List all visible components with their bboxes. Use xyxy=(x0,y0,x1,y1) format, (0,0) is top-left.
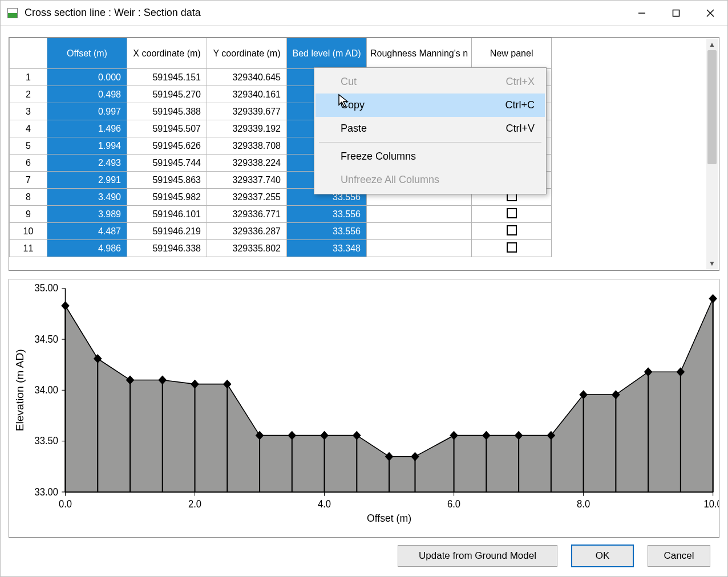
row-number[interactable]: 6 xyxy=(10,155,47,172)
cell-offset[interactable]: 3.490 xyxy=(47,189,127,206)
new-panel-checkbox[interactable] xyxy=(507,208,517,218)
cell-y-coord[interactable]: 329340.161 xyxy=(207,86,287,103)
cell-y-coord[interactable]: 329339.677 xyxy=(207,103,287,120)
row-number[interactable]: 4 xyxy=(10,120,47,137)
cell-y-coord[interactable]: 329337.740 xyxy=(207,172,287,189)
cell-offset[interactable]: 0.000 xyxy=(47,69,127,86)
cell-x-coord[interactable]: 591946.219 xyxy=(127,223,207,240)
cell-offset[interactable]: 1.496 xyxy=(47,120,127,137)
svg-rect-1 xyxy=(673,10,680,16)
cell-x-coord[interactable]: 591945.863 xyxy=(127,172,207,189)
cell-new-panel[interactable] xyxy=(472,240,552,257)
cell-x-coord[interactable]: 591946.101 xyxy=(127,206,207,223)
table-row[interactable]: 114.986591946.338329335.80233.348 xyxy=(10,240,552,257)
menu-cut: Cut Ctrl+X xyxy=(316,70,545,94)
svg-text:6.0: 6.0 xyxy=(447,498,460,510)
svg-text:8.0: 8.0 xyxy=(577,498,590,510)
cell-offset[interactable]: 4.487 xyxy=(47,223,127,240)
menu-paste-shortcut: Ctrl+V xyxy=(494,120,535,137)
scroll-thumb[interactable] xyxy=(707,50,717,164)
menu-paste-label: Paste xyxy=(341,120,367,137)
new-panel-checkbox[interactable] xyxy=(507,242,517,253)
cell-roughness[interactable] xyxy=(367,206,472,223)
cell-x-coord[interactable]: 591945.626 xyxy=(127,137,207,155)
cancel-button[interactable]: Cancel xyxy=(648,545,710,567)
cell-x-coord[interactable]: 591945.151 xyxy=(127,69,207,86)
cell-bed-level[interactable]: 33.556 xyxy=(287,206,367,223)
cell-offset[interactable]: 0.498 xyxy=(47,86,127,103)
cell-bed-level[interactable]: 33.348 xyxy=(287,240,367,257)
cell-y-coord[interactable]: 329339.192 xyxy=(207,120,287,137)
row-number[interactable]: 7 xyxy=(10,172,47,189)
cell-y-coord[interactable]: 329336.287 xyxy=(207,223,287,240)
cell-offset[interactable]: 3.989 xyxy=(47,206,127,223)
row-number[interactable]: 8 xyxy=(10,189,47,206)
cell-bed-level[interactable]: 33.556 xyxy=(287,223,367,240)
cell-x-coord[interactable]: 591946.338 xyxy=(127,240,207,257)
svg-text:34.50: 34.50 xyxy=(35,333,58,345)
cell-y-coord[interactable]: 329337.255 xyxy=(207,189,287,206)
scroll-up-icon[interactable]: ▲ xyxy=(706,39,718,50)
cell-roughness[interactable] xyxy=(367,223,472,240)
table-row[interactable]: 104.487591946.219329336.28733.556 xyxy=(10,223,552,240)
menu-copy-label: Copy xyxy=(341,97,365,113)
cell-offset[interactable]: 2.991 xyxy=(47,172,127,189)
menu-unfreeze-columns: Unfreeze All Columns xyxy=(316,168,545,192)
menu-freeze-columns[interactable]: Freeze Columns xyxy=(316,145,545,168)
cell-offset[interactable]: 4.986 xyxy=(47,240,127,257)
svg-text:Elevation (m AD): Elevation (m AD) xyxy=(14,349,26,431)
cell-x-coord[interactable]: 591945.270 xyxy=(127,86,207,103)
dialog-footer: Update from Ground Model OK Cancel xyxy=(1,542,727,576)
cell-roughness[interactable] xyxy=(367,240,472,257)
menu-unfreeze-label: Unfreeze All Columns xyxy=(341,172,439,188)
titlebar: Cross section line : Weir : Section data xyxy=(1,1,727,26)
cell-y-coord[interactable]: 329338.708 xyxy=(207,137,287,155)
vertical-scrollbar[interactable]: ▲ ▼ xyxy=(706,39,718,269)
menu-paste[interactable]: Paste Ctrl+V xyxy=(316,117,545,140)
cell-offset[interactable]: 0.997 xyxy=(47,103,127,120)
row-number[interactable]: 11 xyxy=(10,240,47,257)
header-bed-level[interactable]: Bed level (m AD) xyxy=(287,38,367,69)
section-data-table[interactable]: Offset (m)X coordinate (m)Y coordinate (… xyxy=(9,37,719,271)
context-menu: Cut Ctrl+X Copy Ctrl+C Paste Ctrl+V Free… xyxy=(314,67,547,194)
menu-copy-shortcut: Ctrl+C xyxy=(494,97,535,113)
table-row[interactable]: 93.989591946.101329336.77133.556 xyxy=(10,206,552,223)
scroll-down-icon[interactable]: ▼ xyxy=(706,258,718,269)
row-number[interactable]: 5 xyxy=(10,137,47,155)
cell-x-coord[interactable]: 591945.388 xyxy=(127,103,207,120)
header-rownum[interactable] xyxy=(10,38,47,69)
cell-y-coord[interactable]: 329340.645 xyxy=(207,69,287,86)
cell-y-coord[interactable]: 329335.802 xyxy=(207,240,287,257)
cell-offset[interactable]: 1.994 xyxy=(47,137,127,155)
cell-x-coord[interactable]: 591945.982 xyxy=(127,189,207,206)
cell-y-coord[interactable]: 329336.771 xyxy=(207,206,287,223)
row-number[interactable]: 1 xyxy=(10,69,47,86)
cell-offset[interactable]: 2.493 xyxy=(47,155,127,172)
svg-text:33.50: 33.50 xyxy=(35,435,58,447)
close-button[interactable] xyxy=(693,1,727,25)
window-title: Cross section line : Weir : Section data xyxy=(25,7,201,19)
header-y-coord[interactable]: Y coordinate (m) xyxy=(207,38,287,69)
row-number[interactable]: 10 xyxy=(10,223,47,240)
menu-separator xyxy=(319,142,541,143)
cell-y-coord[interactable]: 329338.224 xyxy=(207,155,287,172)
row-number[interactable]: 2 xyxy=(10,86,47,103)
cell-x-coord[interactable]: 591945.744 xyxy=(127,155,207,172)
svg-text:2.0: 2.0 xyxy=(188,498,201,510)
cell-new-panel[interactable] xyxy=(472,223,552,240)
header-offset[interactable]: Offset (m) xyxy=(47,38,127,69)
update-from-ground-model-button[interactable]: Update from Ground Model xyxy=(398,545,557,567)
cell-new-panel[interactable] xyxy=(472,206,552,223)
row-number[interactable]: 3 xyxy=(10,103,47,120)
cross-section-chart: 33.0033.5034.0034.5035.000.02.04.06.08.0… xyxy=(9,279,719,538)
row-number[interactable]: 9 xyxy=(10,206,47,223)
menu-copy[interactable]: Copy Ctrl+C xyxy=(316,94,545,117)
header-roughness[interactable]: Roughness Manning's n xyxy=(367,38,472,69)
header-x-coord[interactable]: X coordinate (m) xyxy=(127,38,207,69)
minimize-button[interactable] xyxy=(625,1,659,25)
new-panel-checkbox[interactable] xyxy=(507,225,517,235)
maximize-button[interactable] xyxy=(659,1,693,25)
header-new-panel[interactable]: New panel xyxy=(472,38,552,69)
ok-button[interactable]: OK xyxy=(571,545,634,567)
cell-x-coord[interactable]: 591945.507 xyxy=(127,120,207,137)
